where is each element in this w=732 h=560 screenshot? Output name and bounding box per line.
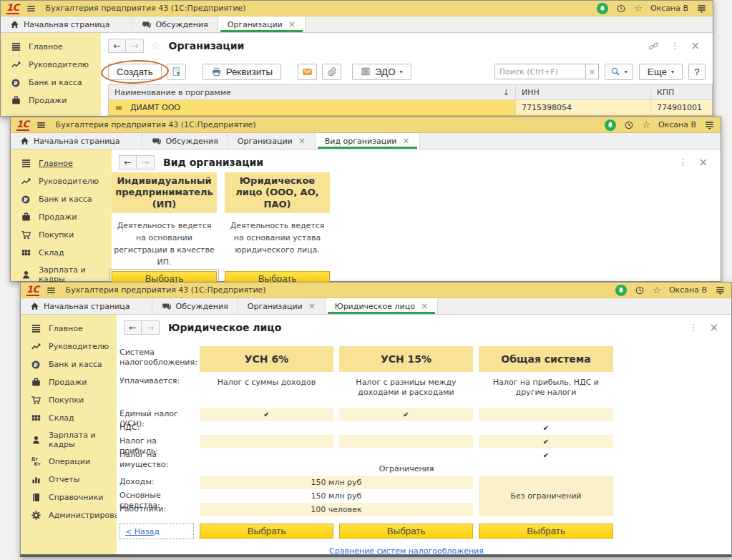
sidebar-item-glavnoe[interactable]: Главное [11,154,112,172]
requisites-button[interactable]: Реквизиты [202,64,281,80]
sidebar-item-rukovoditelyu[interactable]: Руководителю [1,56,101,74]
column-header-kpp[interactable]: КПП [651,85,712,99]
tab-discussions[interactable]: Обсуждения [132,16,218,32]
back-button[interactable]: ← [108,39,126,53]
tab-close-icon[interactable]: × [308,302,316,310]
sidebar-item-glavnoe[interactable]: Главное [1,38,101,56]
forward-button[interactable]: → [126,39,144,53]
compare-systems-link[interactable]: Сравнение систем налогообложения [329,546,484,556]
user-name[interactable]: Оксана В [669,285,707,295]
main-menu-icon[interactable] [36,120,47,130]
forward-button[interactable]: → [142,320,160,335]
empty-cell [200,435,333,448]
attachments-button[interactable] [322,64,341,80]
sidebar-item-operacii[interactable]: ДтКтОперации [21,453,117,471]
help-button[interactable]: ? [688,64,706,80]
label-assets: Основные средства: [119,489,194,503]
history-icon[interactable] [616,4,626,14]
user-name[interactable]: Оксана В [650,4,688,13]
column-header-inn[interactable]: ИНН [516,85,651,99]
back-button[interactable]: ← [124,320,142,335]
more-actions-icon[interactable]: ⋮ [670,41,679,51]
user-name[interactable]: Оксана В [658,120,696,129]
paid-usn6: Налог с суммы доходов [200,372,333,402]
sidebar-item-pokupki[interactable]: Покупки [21,391,117,409]
tab-organizations[interactable]: Организации × [228,133,316,149]
sidebar-item-rukovoditelyu[interactable]: Руководителю [11,172,112,190]
tab-organizations[interactable]: Организации × [238,298,326,314]
search-button[interactable]: ▾ [605,64,633,80]
sidebar-item-otchety[interactable]: Отчеты [21,471,117,488]
title-bar: 1С Бухгалтерия предприятия 43 (1С:Предпр… [1,1,713,16]
tab-home[interactable]: Начальная страница [21,298,152,314]
back-link-box[interactable]: < Назад [119,524,194,539]
main-menu-icon[interactable] [26,4,36,14]
sidebar-item-sklad[interactable]: Склад [11,244,112,262]
sidebar-item-sklad[interactable]: Склад [21,409,117,427]
sidebar-item-prodazhi[interactable]: Продажи [11,208,112,226]
favorites-star-icon[interactable]: ☆ [642,120,650,129]
notifications-bell-icon[interactable] [605,119,616,131]
tab-discussions[interactable]: Обсуждения [152,298,238,314]
create-group-button[interactable] [167,64,186,80]
tab-label: Организации [248,302,303,311]
favorites-star-icon[interactable]: ☆ [653,285,661,295]
tab-close-icon[interactable]: × [421,302,428,310]
sidebar-item-prodazhi[interactable]: Продажи [21,373,117,391]
notifications-bell-icon[interactable] [615,285,627,296]
get-link-icon[interactable] [648,41,659,51]
tab-legal-entity[interactable]: Юридическое лицо × [326,298,438,314]
search-input[interactable] [494,64,586,79]
sidebar-item-administrirovanie[interactable]: Администрирование [21,506,117,524]
edo-button[interactable]: ЭДО ▾ [352,64,411,80]
back-link[interactable]: < Назад [125,527,160,536]
sidebar-item-bank-i-kassa[interactable]: Банк и касса [11,190,112,208]
more-actions-icon[interactable]: ⋮ [689,323,698,333]
sidebar-item-bank-i-kassa[interactable]: Банк и касса [21,355,117,373]
service-menu-icon[interactable] [696,4,707,14]
back-button[interactable]: ← [119,155,137,170]
tab-label: Организации [238,137,293,146]
close-icon[interactable]: × [698,157,708,168]
select-general-button[interactable]: Выбрать [479,524,613,539]
more-button[interactable]: Еще ▾ [639,64,683,80]
sidebar-item-prodazhi[interactable]: Продажи [1,92,101,109]
window-organizations: 1С Бухгалтерия предприятия 43 (1С:Предпр… [0,0,713,117]
select-usn15-button[interactable]: Выбрать [339,524,473,539]
org-name: ДИАМТ ООО [130,103,180,112]
favorites-star-icon[interactable]: ☆ [634,4,643,13]
select-usn6-button[interactable]: Выбрать [200,524,333,539]
tab-organizations[interactable]: Организации × [218,16,306,32]
favorite-star-icon[interactable]: ☆ [151,40,160,51]
sidebar-item-rukovoditelyu[interactable]: Руководителю [21,338,117,355]
more-actions-icon[interactable]: ⋮ [678,157,687,167]
tab-close-icon[interactable]: × [403,137,410,145]
sidebar-item-spravochniki[interactable]: Справочники [21,488,117,506]
tab-close-icon[interactable]: × [298,137,306,145]
send-email-button[interactable] [298,64,317,80]
sidebar-item-zarplata-i-kadry[interactable]: Зарплата и кадры [21,427,117,453]
label-income: Доходы: [119,476,194,489]
sidebar-item-bank-i-kassa[interactable]: Банк и касса [1,74,101,92]
cell-kpp: 774901001 [651,100,712,116]
create-button[interactable]: Создать [108,64,162,80]
sidebar-item-pokupki[interactable]: Покупки [11,226,112,244]
tab-discussions[interactable]: Обсуждения [142,133,228,149]
close-icon[interactable]: × [709,323,718,333]
main-menu-icon[interactable] [46,285,57,295]
history-icon[interactable] [635,285,645,295]
table-row[interactable]: ДИАМТ ООО 7715398054 774901001 [109,100,712,116]
column-header-name[interactable]: Наименование в программе ↓ [109,85,516,99]
sidebar-item-glavnoe[interactable]: Главное [21,320,117,338]
tab-home[interactable]: Начальная страница [11,133,142,149]
notifications-bell-icon[interactable] [597,3,608,14]
tab-org-kind[interactable]: Вид организации × [316,133,420,149]
tab-close-icon[interactable]: × [288,20,296,29]
close-icon[interactable]: × [690,41,700,51]
tab-home[interactable]: Начальная страница [1,16,132,32]
search-clear-icon[interactable]: × [586,64,599,79]
forward-button[interactable]: → [137,155,155,170]
history-icon[interactable] [624,120,634,130]
service-menu-icon[interactable] [715,285,726,295]
service-menu-icon[interactable] [704,120,715,130]
